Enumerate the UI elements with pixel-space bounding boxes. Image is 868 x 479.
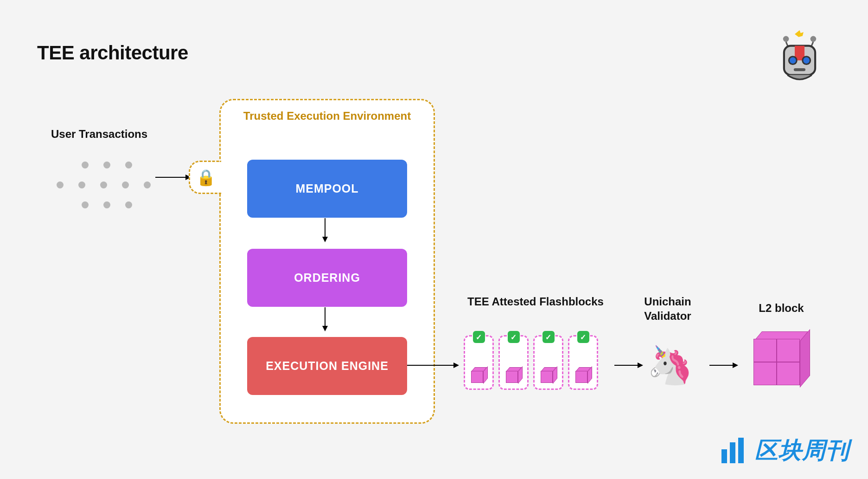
check-icon: ✓ xyxy=(542,331,555,343)
svg-point-1 xyxy=(811,36,817,42)
user-transactions-dots xyxy=(52,149,154,221)
watermark: 区块周刊 xyxy=(721,435,849,466)
cube-icon xyxy=(506,367,522,383)
tee-title: Trusted Execution Environment xyxy=(221,110,434,123)
l2-block-label: L2 block xyxy=(747,302,816,315)
robot-logo-icon xyxy=(775,30,824,84)
arrow-mempool-to-ordering xyxy=(325,218,326,241)
lock-icon: 🔒 xyxy=(189,161,221,194)
flashblocks-label: TEE Attested Flashblocks xyxy=(464,294,607,309)
check-icon: ✓ xyxy=(473,331,485,343)
arrow-to-l2 xyxy=(709,365,737,366)
svg-point-6 xyxy=(789,57,797,65)
page-title: TEE architecture xyxy=(37,42,188,64)
unicorn-icon: 🦄 xyxy=(647,343,693,387)
validator-label: Unichain Validator xyxy=(624,294,712,323)
svg-rect-8 xyxy=(794,68,805,71)
flashblock-item: ✓ xyxy=(533,335,563,390)
user-transactions-label: User Transactions xyxy=(51,128,147,141)
arrow-to-lock xyxy=(155,177,190,178)
cube-icon xyxy=(471,367,487,383)
watermark-icon xyxy=(721,438,749,463)
check-icon: ✓ xyxy=(508,331,520,343)
tee-container: Trusted Execution Environment MEMPOOL OR… xyxy=(219,99,435,424)
execution-engine-stage: EXECUTION ENGINE xyxy=(247,337,407,395)
ordering-stage: ORDERING xyxy=(247,249,407,307)
cube-icon xyxy=(541,367,556,383)
svg-point-0 xyxy=(783,36,789,42)
l2-block-icon xyxy=(753,339,800,385)
arrow-exec-to-flashblocks xyxy=(407,365,458,366)
arrow-ordering-to-exec xyxy=(325,307,326,330)
watermark-text: 区块周刊 xyxy=(755,435,849,466)
flashblocks-group: ✓ ✓ ✓ ✓ xyxy=(464,335,598,390)
check-icon: ✓ xyxy=(577,331,589,343)
svg-point-7 xyxy=(803,57,811,65)
cube-icon xyxy=(575,367,591,383)
arrow-to-validator xyxy=(614,365,642,366)
flashblock-item: ✓ xyxy=(568,335,598,390)
flashblock-item: ✓ xyxy=(498,335,529,390)
flashblock-item: ✓ xyxy=(464,335,494,390)
mempool-stage: MEMPOOL xyxy=(247,160,407,218)
